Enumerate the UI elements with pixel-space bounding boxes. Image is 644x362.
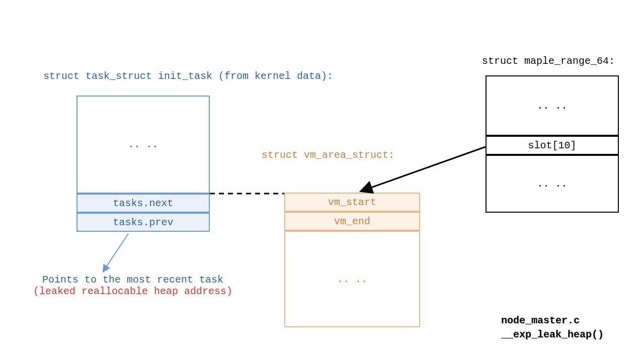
- vm-area-body: .. ..: [284, 231, 420, 327]
- maple-title: struct maple_range_64:: [482, 55, 615, 67]
- vm-start-label: vm_start: [328, 197, 376, 208]
- annotation-line2: (leaked reallocable heap address): [32, 286, 233, 297]
- vm-end-field: vm_end: [284, 212, 420, 231]
- vm-start-field: vm_start: [284, 193, 420, 212]
- tasks-next-field: tasks.next: [76, 194, 210, 213]
- maple-slot-label: slot[10]: [528, 140, 576, 151]
- annotation-line1: Points to the most recent task: [32, 274, 233, 286]
- tasks-prev-field: tasks.prev: [76, 213, 210, 232]
- footer-func: __exp_leak_heap(): [501, 328, 604, 342]
- maple-top-ellipsis: .. ..: [537, 100, 567, 112]
- annotation-arrow: [103, 234, 128, 272]
- tasks-next-label: tasks.next: [113, 198, 173, 209]
- vm-area-ellipsis: .. ..: [337, 274, 367, 285]
- annotation-block: Points to the most recent task (leaked r…: [32, 274, 233, 297]
- vm-area-title: struct vm_area_struct:: [262, 149, 394, 161]
- task-struct-body: .. ..: [76, 96, 210, 194]
- maple-bottom-ellipsis: .. ..: [537, 178, 567, 190]
- task-struct-title: struct task_struct init_task (from kerne…: [43, 70, 333, 82]
- footer-file: node_master.c: [501, 314, 604, 328]
- maple-slot-field: slot[10]: [486, 136, 619, 155]
- vm-end-label: vm_end: [334, 216, 370, 227]
- tasks-prev-label: tasks.prev: [113, 217, 173, 228]
- footer-block: node_master.c __exp_leak_heap(): [501, 314, 604, 342]
- maple-top-body: .. ..: [486, 75, 619, 136]
- task-struct-ellipsis: .. ..: [128, 139, 158, 150]
- maple-bottom-body: .. ..: [486, 155, 619, 213]
